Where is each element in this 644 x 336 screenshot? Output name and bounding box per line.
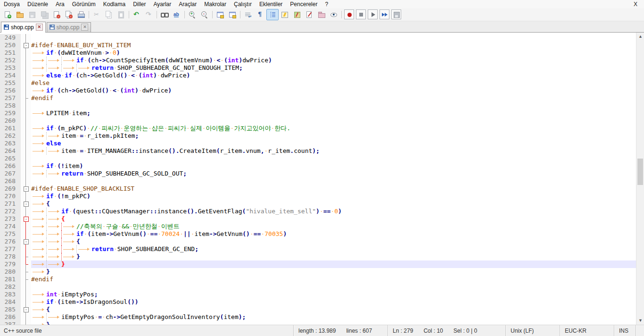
menu-pencereler[interactable]: Pencereler <box>286 0 321 8</box>
show-all-characters-button[interactable] <box>254 9 266 20</box>
editor-pane[interactable]: 249250-#ifdef·ENABLE_BUY_WITH_ITEM251if·… <box>0 33 644 325</box>
code-line-266[interactable]: 266if·(!item) <box>0 162 636 170</box>
new-file-button[interactable] <box>1 9 14 20</box>
fold-margin[interactable] <box>21 147 31 155</box>
code-text[interactable]: if·(ch->GetGold()·<·(int)·dwPrice) <box>31 87 636 94</box>
code-text[interactable]: int·iEmptyPos; <box>31 291 636 298</box>
macro-save-button[interactable] <box>391 9 401 19</box>
menu-kodlama[interactable]: Kodlama <box>99 0 129 8</box>
menu-altr[interactable]: Çalıştır <box>230 0 256 8</box>
window-close-button[interactable]: X <box>634 1 644 8</box>
fold-margin[interactable] <box>21 64 31 72</box>
fold-collapse-icon[interactable]: - <box>24 43 29 48</box>
fold-margin[interactable] <box>21 57 31 64</box>
fold-margin[interactable] <box>21 140 31 147</box>
code-text[interactable]: return·SHOP_SUBHEADER_GC_END; <box>31 245 636 253</box>
fold-margin[interactable] <box>21 253 31 260</box>
code-text[interactable]: else·if·(ch->GetGold()·<·(int)·dwPrice) <box>31 72 636 79</box>
fold-margin[interactable] <box>21 102 31 109</box>
fold-margin[interactable]: - <box>21 200 31 208</box>
code-text[interactable] <box>31 283 636 291</box>
fold-collapse-icon[interactable]: - <box>24 202 29 207</box>
code-line-270[interactable]: 270if·(!m_pkPC) <box>0 193 636 200</box>
sync-vertical-scroll-button[interactable] <box>214 9 226 20</box>
cut-button[interactable] <box>91 9 103 20</box>
code-text[interactable]: if·(m_pkPC)·//·피씨가·운영하는·샵은·피씨가·실제·아이템을·가… <box>31 125 636 132</box>
open-file-button[interactable] <box>14 9 26 20</box>
code-text[interactable]: #endif <box>31 94 636 102</box>
code-text[interactable]: #endif <box>31 276 636 283</box>
code-line-256[interactable]: 256if·(ch->GetGold()·<·(int)·dwPrice) <box>0 87 636 94</box>
macro-stop-button[interactable] <box>356 9 366 19</box>
code-line-251[interactable]: 251if·(dwWItemVnum·>·0) <box>0 49 636 57</box>
code-text[interactable]: if·(!m_pkPC) <box>31 193 636 200</box>
fold-margin[interactable]: - <box>21 238 31 245</box>
redo-button[interactable] <box>143 9 155 20</box>
code-text[interactable]: item·=·r_item.pkItem; <box>31 132 636 140</box>
code-line-284[interactable]: 284if·(item->IsDragonSoul()) <box>0 298 636 306</box>
code-text[interactable]: iEmptyPos·=·ch->GetEmptyDragonSoulInvent… <box>31 313 636 321</box>
code-text[interactable] <box>31 155 636 162</box>
tab-close-icon[interactable]: ✕ <box>36 24 43 31</box>
code-text[interactable] <box>31 117 636 125</box>
zoom-out-button[interactable] <box>198 9 211 20</box>
fold-margin[interactable] <box>21 162 31 170</box>
code-line-280[interactable]: 280} <box>0 268 636 276</box>
paste-button[interactable] <box>115 9 127 20</box>
code-lines[interactable]: 249250-#ifdef·ENABLE_BUY_WITH_ITEM251if·… <box>0 34 636 325</box>
scrollbar-up-arrow-icon[interactable]: ▲ <box>636 33 644 41</box>
code-line-278[interactable]: 278} <box>0 253 636 260</box>
code-text[interactable]: #ifdef·ENABLE_SHOP_BLACKLIST <box>31 185 636 193</box>
code-line-279[interactable]: 279} <box>0 260 636 268</box>
close-button[interactable] <box>50 9 63 20</box>
menu-dosya[interactable]: Dosya <box>0 0 24 8</box>
code-text[interactable]: if·(dwWItemVnum·>·0) <box>31 49 636 57</box>
tab-shop.cpp-1[interactable]: shop.cpp✕ <box>47 22 91 32</box>
fold-margin[interactable] <box>21 260 31 268</box>
fold-collapse-icon[interactable]: - <box>24 239 29 244</box>
fold-margin[interactable] <box>21 170 31 177</box>
find-button[interactable] <box>158 9 171 20</box>
code-text[interactable] <box>31 34 636 42</box>
code-text[interactable]: { <box>31 200 636 208</box>
print-button[interactable] <box>75 9 87 20</box>
save-all-button[interactable] <box>38 9 50 20</box>
word-wrap-button[interactable] <box>242 9 254 20</box>
fold-collapse-icon[interactable]: - <box>24 217 29 222</box>
code-line-265[interactable]: 265 <box>0 155 636 162</box>
code-text[interactable]: if·(item->IsDragonSoul()) <box>31 298 636 306</box>
zoom-in-button[interactable] <box>186 9 198 20</box>
code-line-276[interactable]: 276-{ <box>0 238 636 245</box>
fold-margin[interactable] <box>21 208 31 215</box>
code-line-287[interactable]: 287} <box>0 321 636 325</box>
fold-margin[interactable] <box>21 283 31 291</box>
fold-margin[interactable] <box>21 79 31 87</box>
code-text[interactable]: #else <box>31 79 636 87</box>
code-line-253[interactable]: 253return·SHOP_SUBHEADER_GC_NOT_ENOUGH_I… <box>0 64 636 72</box>
fold-collapse-icon[interactable]: - <box>24 307 29 312</box>
scrollbar-thumb[interactable] <box>637 159 643 185</box>
fold-margin[interactable] <box>21 268 31 276</box>
vertical-scrollbar[interactable]: ▲ ▼ <box>636 33 644 325</box>
menu-ayarlar[interactable]: Ayarlar <box>149 0 175 8</box>
fold-margin[interactable] <box>21 223 31 230</box>
code-line-285[interactable]: 285-{ <box>0 306 636 313</box>
fold-collapse-icon[interactable]: - <box>24 186 29 192</box>
fold-margin[interactable] <box>21 321 31 325</box>
close-all-button[interactable] <box>63 9 75 20</box>
menu-eklentiler[interactable]: Eklentiler <box>256 0 286 8</box>
fold-margin[interactable] <box>21 94 31 102</box>
code-text[interactable]: LPITEM·item; <box>31 109 636 117</box>
menu-ara[interactable]: Ara <box>52 0 68 8</box>
replace-button[interactable] <box>171 9 183 20</box>
macro-run-multiple-button[interactable] <box>380 9 389 19</box>
code-line-260[interactable]: 260 <box>0 117 636 125</box>
copy-button[interactable] <box>103 9 115 20</box>
fold-margin[interactable] <box>21 72 31 79</box>
save-button[interactable] <box>26 9 38 20</box>
fold-margin[interactable] <box>21 313 31 321</box>
fold-margin[interactable] <box>21 291 31 298</box>
code-line-252[interactable]: 252if·(ch->CountSpecifyItem(dwWItemVnum)… <box>0 57 636 64</box>
function-list-button[interactable] <box>279 9 291 20</box>
code-text[interactable] <box>31 177 636 185</box>
